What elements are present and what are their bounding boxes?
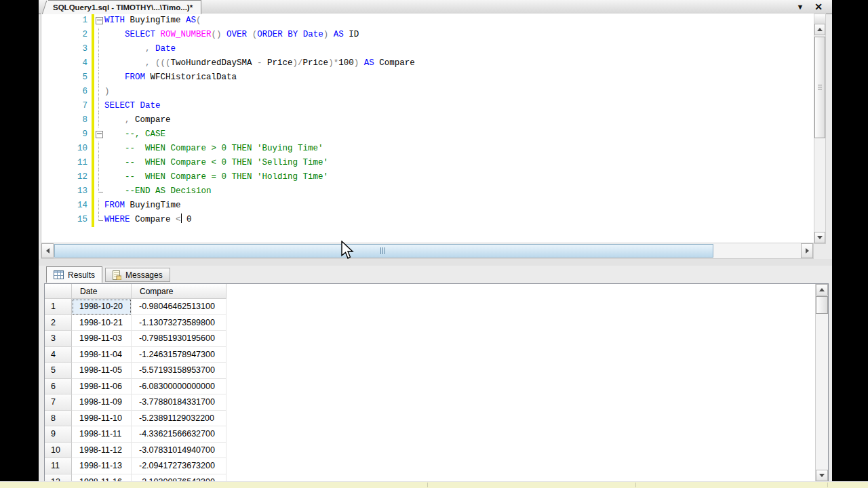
cell-date[interactable]: 1998-11-10 — [72, 411, 132, 427]
cell-compare[interactable]: -0.98046462513100 — [132, 299, 226, 315]
code-line[interactable]: 10 -- WHEN Compare > 0 THEN 'Buying Time… — [41, 142, 814, 156]
outline-margin — [94, 199, 104, 213]
row-header[interactable]: 5 — [45, 363, 72, 379]
tab-results[interactable]: Results — [46, 266, 102, 283]
cell-date[interactable]: 1998-11-12 — [72, 443, 132, 459]
cell-date[interactable]: 1998-10-21 — [72, 315, 132, 331]
code-line[interactable]: 11 -- WHEN Compare < 0 THEN 'Selling Tim… — [41, 156, 814, 170]
cell-compare[interactable]: -3.07831014940700 — [132, 443, 226, 459]
cell-date[interactable]: 1998-10-20 — [72, 299, 132, 315]
cell-compare[interactable]: -5.23891129032200 — [132, 411, 226, 427]
outline-scope-line — [98, 28, 99, 42]
outline-margin[interactable] — [94, 127, 104, 142]
line-number: 7 — [41, 99, 92, 113]
cell-date[interactable]: 1998-11-04 — [72, 347, 132, 363]
scroll-down-icon[interactable] — [814, 232, 825, 243]
scroll-down-icon[interactable] — [816, 470, 828, 481]
grid-corner-cell[interactable] — [45, 284, 72, 299]
column-header-date[interactable]: Date — [72, 284, 132, 299]
code-line[interactable]: 13 --END AS Decision — [41, 184, 814, 199]
sql-editor[interactable]: 1WITH BuyingTime AS(2 SELECT ROW_NUMBER(… — [41, 14, 814, 243]
line-number: 5 — [41, 70, 92, 85]
outline-scope-line — [98, 56, 99, 70]
cell-compare[interactable]: -5.57193158953700 — [132, 363, 226, 379]
outline-margin[interactable] — [94, 14, 104, 28]
cell-date[interactable]: 1998-11-13 — [72, 458, 132, 474]
editor-horizontal-scrollbar[interactable] — [41, 243, 814, 259]
cell-compare[interactable]: -1.24631578947300 — [132, 347, 226, 363]
scroll-up-icon[interactable] — [814, 24, 825, 35]
cell-date[interactable]: 1998-11-06 — [72, 379, 132, 395]
row-header[interactable]: 3 — [45, 331, 72, 347]
code-text: , Date — [104, 42, 814, 56]
pane-splitter[interactable] — [39, 259, 832, 266]
code-line[interactable]: 4 , (((TwoHundredDaySMA - Price)/Price)*… — [41, 56, 814, 70]
scroll-left-icon[interactable] — [41, 243, 54, 258]
row-header[interactable]: 2 — [45, 315, 72, 331]
editor-split-handle[interactable] — [814, 14, 825, 24]
collapse-minus-icon[interactable] — [96, 131, 103, 138]
cell-compare[interactable]: -0.79851930195600 — [132, 331, 226, 347]
results-vertical-scrollbar[interactable] — [815, 284, 828, 481]
code-line[interactable]: 5 FROM WFCHistoricalData — [41, 70, 814, 85]
outline-margin — [94, 56, 104, 70]
cell-date[interactable]: 1998-11-11 — [72, 426, 132, 443]
table-row: 71998-11-09-3.77880184331700 — [45, 394, 828, 411]
row-header[interactable]: 7 — [45, 394, 72, 411]
code-line[interactable]: 8 , Compare — [41, 113, 814, 127]
results-grid[interactable]: Date Compare 11998-10-20-0.9804646251310… — [44, 283, 829, 482]
code-line[interactable]: 14FROM BuyingTime — [41, 199, 814, 213]
mouse-cursor — [341, 241, 356, 261]
active-files-dropdown-icon[interactable]: ▼ — [796, 1, 804, 13]
tab-messages[interactable]: Messages — [105, 268, 170, 282]
scroll-right-icon[interactable] — [801, 243, 813, 258]
collapse-minus-icon[interactable] — [96, 17, 103, 24]
results-vscroll-thumb[interactable] — [816, 296, 828, 314]
status-bar-separator — [635, 483, 636, 487]
code-line[interactable]: 9 --, CASE — [41, 127, 814, 142]
grid-rows: 11998-10-20-0.9804646251310021998-10-21-… — [45, 299, 828, 482]
outline-margin — [94, 142, 104, 156]
tab-results-label: Results — [68, 270, 95, 280]
cell-compare[interactable]: -2.09417273673200 — [132, 458, 226, 474]
scroll-up-icon[interactable] — [816, 284, 828, 296]
code-text: WHERE Compare < 0 — [104, 213, 814, 227]
close-icon[interactable]: ✕ — [814, 1, 823, 13]
editor-vscroll-thumb[interactable] — [814, 37, 825, 138]
code-line[interactable]: 2 SELECT ROW_NUMBER() OVER (ORDER BY Dat… — [41, 28, 814, 42]
code-line[interactable]: 3 , Date — [41, 42, 814, 56]
code-text: -- WHEN Compare = 0 THEN 'Holding Time' — [104, 170, 814, 184]
cell-compare[interactable]: -1.13073273589800 — [132, 315, 226, 331]
row-header[interactable]: 10 — [45, 443, 72, 459]
row-header[interactable]: 1 — [45, 299, 72, 315]
outline-scope-line — [98, 99, 99, 113]
document-tab[interactable]: SQLQuery1.sql - TIMOTHY\...\Timo...)* — [48, 0, 201, 14]
code-line[interactable]: 6) — [41, 85, 814, 99]
code-line[interactable]: 1WITH BuyingTime AS( — [41, 14, 814, 28]
row-header[interactable]: 4 — [45, 347, 72, 363]
code-line[interactable]: 7SELECT Date — [41, 99, 814, 113]
table-row: 111998-11-13-2.09417273673200 — [45, 458, 828, 474]
outline-scope-end — [98, 184, 103, 192]
code-text: FROM BuyingTime — [104, 199, 814, 213]
column-header-compare[interactable]: Compare — [132, 284, 226, 299]
cell-date[interactable]: 1998-11-09 — [72, 394, 132, 411]
cell-date[interactable]: 1998-11-05 — [72, 363, 132, 379]
code-line[interactable]: 15WHERE Compare < 0 — [41, 213, 814, 227]
row-header[interactable]: 8 — [45, 411, 72, 427]
line-number: 11 — [41, 156, 92, 170]
messages-page-icon — [113, 270, 121, 280]
line-number: 4 — [41, 56, 92, 70]
cell-date[interactable]: 1998-11-03 — [72, 331, 132, 347]
editor-vertical-scrollbar[interactable] — [814, 14, 826, 244]
code-line[interactable]: 12 -- WHEN Compare = 0 THEN 'Holding Tim… — [41, 170, 814, 184]
line-number: 3 — [41, 42, 92, 56]
table-row: 51998-11-05-5.57193158953700 — [45, 363, 828, 379]
row-header[interactable]: 9 — [45, 426, 72, 443]
editor-hscroll-thumb[interactable] — [54, 244, 713, 258]
cell-compare[interactable]: -4.33621566632700 — [132, 426, 226, 443]
cell-compare[interactable]: -3.77880184331700 — [132, 394, 226, 411]
row-header[interactable]: 6 — [45, 379, 72, 395]
row-header[interactable]: 11 — [45, 458, 72, 474]
cell-compare[interactable]: -6.08300000000000 — [132, 379, 226, 395]
